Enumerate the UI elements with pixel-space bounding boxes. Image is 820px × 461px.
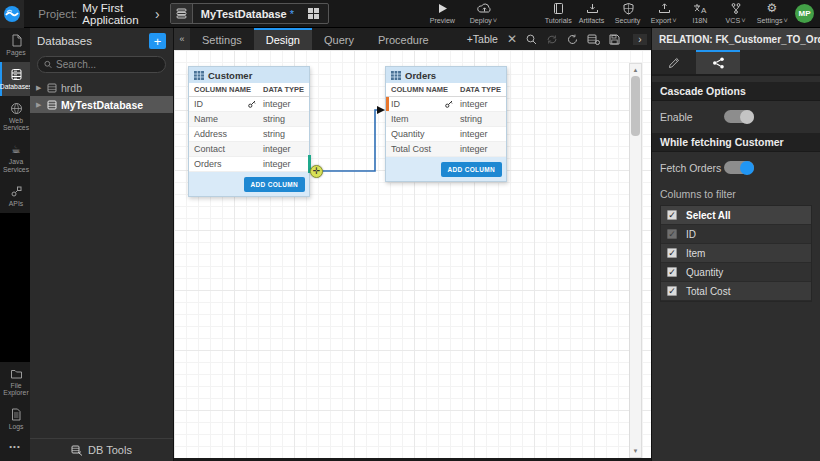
table-customer[interactable]: Customer COLUMN NAME DATA TYPE ID intege… [188, 66, 310, 197]
filter-label: Item [686, 248, 705, 259]
dashboard-grid-icon[interactable] [302, 8, 324, 19]
filter-label: ID [686, 229, 696, 240]
add-table-button[interactable]: +Table [467, 33, 498, 45]
search-input[interactable] [56, 59, 159, 70]
vcs-button[interactable]: VCS˅ [719, 0, 753, 28]
table-row[interactable]: Item string [386, 112, 506, 127]
svg-text:A: A [701, 6, 707, 15]
database-tab[interactable]: MyTestDatabase * [170, 3, 329, 24]
add-column-button[interactable]: ADD COLUMN [244, 177, 305, 192]
web-services-icon [10, 102, 23, 115]
deploy-button[interactable]: Deploy˅ [467, 0, 501, 28]
collapse-left-panel-button[interactable]: « [174, 28, 190, 50]
export-label: Export [651, 16, 672, 25]
sidebar-item-pages[interactable]: Pages [0, 28, 30, 62]
checkbox-checked-icon[interactable]: ✓ [667, 267, 677, 277]
cascade-options-header: Cascade Options [652, 82, 820, 101]
tab-settings[interactable]: Settings [190, 28, 254, 50]
table-row[interactable]: Total Cost integer [386, 142, 506, 157]
play-icon [437, 2, 448, 15]
database-stack-icon[interactable] [171, 4, 193, 23]
column-name: Orders [189, 159, 261, 169]
sidebar-item-databases[interactable]: Databases [0, 62, 30, 96]
enable-toggle[interactable] [724, 110, 754, 123]
canvas-vertical-scrollbar[interactable]: ▲ ▼ [629, 63, 642, 458]
topbar-right-actions: Artifacts Security Export˅ A I18N VCS˅ ⚙… [575, 0, 820, 28]
tab-procedure[interactable]: Procedure [366, 28, 441, 50]
scroll-down-icon[interactable]: ▼ [633, 445, 639, 457]
tree-item-label: MyTestDatabase [61, 99, 143, 111]
unsaved-indicator: * [290, 8, 294, 20]
table-row[interactable]: Quantity integer [386, 127, 506, 142]
checkbox-checked-icon[interactable]: ✓ [667, 210, 677, 220]
export-button[interactable]: Export˅ [647, 0, 681, 28]
table-row[interactable]: Contact integer [189, 142, 309, 157]
filter-row-item[interactable]: ✓ Item [661, 244, 811, 263]
tree-item-mytestdatabase[interactable]: ▶ MyTestDatabase [30, 96, 173, 113]
add-database-button[interactable]: + [149, 33, 166, 49]
table-orders[interactable]: Orders COLUMN NAME DATA TYPE ID integer [385, 66, 507, 182]
fetch-orders-toggle[interactable] [724, 161, 754, 174]
user-avatar[interactable]: MP [795, 4, 814, 23]
db-tools-button[interactable]: DB Tools [30, 438, 173, 461]
table-row-fk-target[interactable]: ID integer [386, 97, 506, 112]
more-options-icon[interactable]: ••• [0, 436, 30, 461]
filter-row-total-cost[interactable]: ✓ Total Cost [661, 282, 811, 301]
artifacts-label: Artifacts [579, 16, 605, 25]
sidebar-item-java-services[interactable]: ☕ Java Services [0, 137, 30, 179]
filter-label: Quantity [686, 267, 723, 278]
expand-caret-icon[interactable]: ▶ [36, 84, 43, 92]
table-icon [391, 71, 401, 80]
tab-relation-settings[interactable] [696, 50, 740, 74]
table-row[interactable]: ID integer [189, 97, 309, 112]
app-logo[interactable] [0, 0, 24, 28]
i18n-button[interactable]: A I18N [683, 0, 717, 28]
database-search[interactable] [37, 56, 166, 73]
expand-caret-icon[interactable]: ▶ [36, 101, 43, 109]
refresh-icon[interactable] [567, 34, 578, 45]
relation-drag-handle[interactable]: ✛ [310, 165, 323, 178]
settings-button[interactable]: ⚙ Settings˅ [755, 0, 789, 28]
tab-design[interactable]: Design [254, 28, 312, 50]
column-name: Name [189, 114, 261, 124]
table-row[interactable]: Address string [189, 127, 309, 142]
scroll-up-icon[interactable]: ▲ [633, 64, 639, 76]
sidebar-item-file-explorer[interactable]: File Explorer [0, 362, 30, 403]
checkbox-checked-icon[interactable]: ✓ [667, 286, 677, 296]
tutorials-button[interactable]: Tutorials [541, 0, 575, 28]
update-database-icon[interactable] [587, 34, 600, 45]
filter-row-select-all[interactable]: ✓ Select All [661, 206, 811, 225]
sidebar-item-web-services[interactable]: Web Services [0, 96, 30, 138]
save-icon[interactable] [609, 34, 620, 45]
project-breadcrumb[interactable]: Project: My First Application [38, 2, 141, 26]
table-orders-header[interactable]: Orders [386, 67, 506, 83]
filter-row-id[interactable]: ✓ ID [661, 225, 811, 244]
tree-item-hrdb[interactable]: ▶ hrdb [30, 79, 173, 96]
column-name: Total Cost [386, 144, 458, 154]
column-name: Quantity [386, 129, 458, 139]
table-customer-header[interactable]: Customer [189, 67, 309, 83]
col-header-type: DATA TYPE [458, 85, 506, 94]
expand-right-panel-button[interactable]: › [633, 34, 647, 45]
sidebar-item-apis[interactable]: APIs [0, 179, 30, 213]
checkbox-checked-icon[interactable]: ✓ [667, 248, 677, 258]
delete-icon[interactable]: ✕ [507, 32, 517, 46]
filter-row-quantity[interactable]: ✓ Quantity [661, 263, 811, 282]
tab-edit-relation[interactable] [652, 50, 696, 74]
security-button[interactable]: Security [611, 0, 645, 28]
scrollbar-thumb[interactable] [631, 76, 640, 136]
app-window: Project: My First Application › MyTestDa… [0, 0, 820, 461]
table-row[interactable]: Orders integer [189, 157, 309, 172]
sidebar-item-logs[interactable]: Logs [0, 402, 30, 436]
sync-disabled-icon[interactable] [546, 34, 558, 45]
artifacts-button[interactable]: Artifacts [575, 0, 609, 28]
tutorials-label: Tutorials [544, 16, 571, 25]
table-icon [194, 71, 204, 80]
add-column-button[interactable]: ADD COLUMN [441, 162, 502, 177]
zoom-search-icon[interactable] [526, 34, 537, 45]
preview-button[interactable]: Preview [425, 0, 459, 28]
design-canvas[interactable]: Customer COLUMN NAME DATA TYPE ID intege… [174, 50, 651, 458]
tab-query[interactable]: Query [312, 28, 366, 50]
databases-panel-empty-space [30, 113, 173, 438]
table-row[interactable]: Name string [189, 112, 309, 127]
